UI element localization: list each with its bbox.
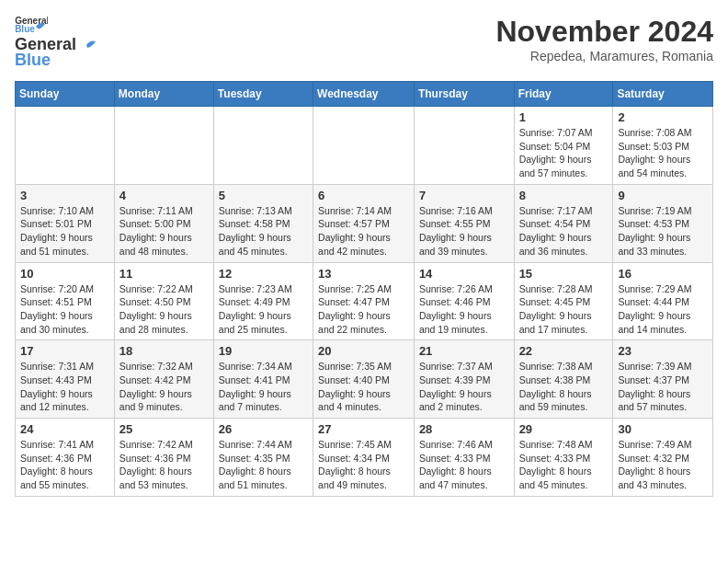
day-info: Sunrise: 7:44 AMSunset: 4:35 PMDaylight:… [219, 438, 308, 492]
day-info-line: Daylight: 9 hours and 19 minutes. [419, 310, 492, 335]
day-info: Sunrise: 7:49 AMSunset: 4:32 PMDaylight:… [618, 438, 708, 492]
day-number: 30 [618, 422, 708, 436]
day-info-line: Sunset: 4:35 PM [219, 453, 290, 464]
day-info: Sunrise: 7:16 AMSunset: 4:55 PMDaylight:… [419, 204, 509, 259]
day-info-line: Sunrise: 7:48 AM [519, 439, 593, 450]
calendar-cell: 26Sunrise: 7:44 AMSunset: 4:35 PMDayligh… [213, 419, 313, 497]
day-info-line: Sunrise: 7:19 AM [618, 205, 691, 216]
day-info: Sunrise: 7:34 AMSunset: 4:41 PMDaylight:… [219, 360, 308, 414]
day-info-line: Sunset: 4:36 PM [119, 453, 191, 464]
day-number: 6 [318, 189, 409, 202]
calendar-cell: 16Sunrise: 7:29 AMSunset: 4:44 PMDayligh… [613, 262, 713, 340]
day-info-line: Daylight: 9 hours and 45 minutes. [219, 232, 291, 257]
day-info-line: Sunrise: 7:39 AM [618, 361, 691, 372]
day-number: 25 [119, 422, 209, 436]
day-info-line: Sunset: 4:50 PM [119, 296, 191, 307]
day-number: 9 [618, 189, 708, 202]
day-number: 13 [318, 267, 409, 281]
calendar-cell: 2Sunrise: 7:08 AMSunset: 5:03 PMDaylight… [613, 107, 713, 185]
calendar-cell: 11Sunrise: 7:22 AMSunset: 4:50 PMDayligh… [114, 262, 213, 340]
day-info-line: Daylight: 8 hours and 57 minutes. [618, 388, 690, 413]
day-number: 5 [219, 189, 308, 202]
day-number: 29 [519, 422, 609, 436]
day-number: 21 [419, 344, 509, 358]
day-number: 28 [419, 422, 509, 436]
day-info-line: Daylight: 9 hours and 7 minutes. [219, 388, 291, 413]
day-info-line: Sunrise: 7:20 AM [20, 283, 94, 294]
day-number: 1 [519, 110, 609, 124]
day-number: 17 [20, 344, 109, 358]
day-info-line: Sunset: 4:55 PM [419, 218, 491, 229]
day-info-line: Sunset: 5:00 PM [119, 218, 191, 229]
day-info-line: Daylight: 9 hours and 51 minutes. [20, 232, 93, 257]
calendar-cell: 28Sunrise: 7:46 AMSunset: 4:33 PMDayligh… [414, 419, 514, 497]
day-info-line: Sunrise: 7:37 AM [419, 361, 493, 372]
calendar-cell: 18Sunrise: 7:32 AMSunset: 4:42 PMDayligh… [114, 340, 213, 419]
day-info-line: Sunrise: 7:44 AM [219, 439, 292, 450]
day-info-line: Daylight: 9 hours and 48 minutes. [119, 232, 192, 257]
calendar-cell: 10Sunrise: 7:20 AMSunset: 4:51 PMDayligh… [16, 262, 115, 340]
day-info-line: Sunrise: 7:10 AM [20, 205, 94, 216]
calendar-week-row: 24Sunrise: 7:41 AMSunset: 4:36 PMDayligh… [16, 419, 713, 497]
calendar-week-row: 10Sunrise: 7:20 AMSunset: 4:51 PMDayligh… [16, 262, 713, 340]
logo-icon: General Blue [15, 15, 48, 33]
day-info-line: Sunrise: 7:49 AM [618, 439, 691, 450]
day-info: Sunrise: 7:35 AMSunset: 4:40 PMDaylight:… [318, 360, 409, 414]
calendar-cell: 29Sunrise: 7:48 AMSunset: 4:33 PMDayligh… [514, 419, 613, 497]
calendar-header-monday: Monday [114, 82, 213, 107]
day-info-line: Daylight: 9 hours and 36 minutes. [519, 232, 592, 257]
day-info-line: Daylight: 8 hours and 51 minutes. [219, 465, 291, 490]
day-info-line: Sunset: 4:53 PM [618, 218, 689, 229]
svg-text:Blue: Blue [15, 24, 35, 33]
day-number: 8 [519, 189, 609, 202]
title-block: November 2024 Repedea, Maramures, Romani… [495, 15, 713, 63]
day-info-line: Sunset: 4:46 PM [419, 296, 491, 307]
day-info-line: Sunset: 4:54 PM [519, 218, 591, 229]
logo: General Blue General Blue [15, 15, 98, 70]
day-number: 24 [20, 422, 109, 436]
day-number: 14 [419, 267, 509, 281]
calendar-cell: 20Sunrise: 7:35 AMSunset: 4:40 PMDayligh… [313, 340, 415, 419]
day-number: 12 [219, 267, 308, 281]
calendar-cell: 1Sunrise: 7:07 AMSunset: 5:04 PMDaylight… [514, 107, 613, 185]
day-info-line: Sunrise: 7:29 AM [618, 283, 691, 294]
day-info: Sunrise: 7:48 AMSunset: 4:33 PMDaylight:… [519, 438, 609, 492]
day-number: 2 [618, 110, 708, 124]
day-info-line: Daylight: 9 hours and 54 minutes. [618, 154, 690, 178]
day-info-line: Daylight: 9 hours and 28 minutes. [119, 310, 192, 335]
day-info: Sunrise: 7:28 AMSunset: 4:45 PMDaylight:… [519, 282, 609, 337]
day-info-line: Daylight: 8 hours and 43 minutes. [618, 465, 690, 490]
calendar-cell: 5Sunrise: 7:13 AMSunset: 4:58 PMDaylight… [213, 184, 313, 262]
calendar-cell: 27Sunrise: 7:45 AMSunset: 4:34 PMDayligh… [313, 419, 415, 497]
calendar-cell: 23Sunrise: 7:39 AMSunset: 4:37 PMDayligh… [613, 340, 713, 419]
day-info-line: Daylight: 9 hours and 14 minutes. [618, 310, 690, 335]
calendar-cell: 24Sunrise: 7:41 AMSunset: 4:36 PMDayligh… [16, 419, 115, 497]
day-info-line: Sunset: 4:40 PM [318, 374, 390, 385]
day-info-line: Sunrise: 7:41 AM [20, 439, 94, 450]
calendar-cell: 8Sunrise: 7:17 AMSunset: 4:54 PMDaylight… [514, 184, 613, 262]
day-info-line: Sunset: 4:32 PM [618, 453, 689, 464]
day-info-line: Sunrise: 7:23 AM [219, 283, 292, 294]
day-info-line: Sunset: 4:39 PM [419, 374, 491, 385]
calendar-cell: 15Sunrise: 7:28 AMSunset: 4:45 PMDayligh… [514, 262, 613, 340]
day-info-line: Daylight: 9 hours and 57 minutes. [519, 154, 592, 178]
header: General Blue General Blue November 2024 … [15, 15, 713, 70]
day-info-line: Sunrise: 7:28 AM [519, 283, 593, 294]
day-number: 18 [119, 344, 209, 358]
calendar-header-sunday: Sunday [16, 82, 115, 107]
day-info-line: Daylight: 8 hours and 49 minutes. [318, 465, 391, 490]
day-info-line: Sunset: 4:45 PM [519, 296, 591, 307]
day-info: Sunrise: 7:31 AMSunset: 4:43 PMDaylight:… [20, 360, 109, 414]
day-number: 3 [20, 189, 109, 202]
day-info-line: Sunset: 4:37 PM [618, 374, 689, 385]
calendar-cell [114, 107, 213, 185]
day-info-line: Sunset: 4:33 PM [419, 453, 491, 464]
day-info-line: Daylight: 9 hours and 33 minutes. [618, 232, 690, 257]
day-info: Sunrise: 7:41 AMSunset: 4:36 PMDaylight:… [20, 438, 109, 492]
day-info-line: Sunrise: 7:11 AM [119, 205, 193, 216]
day-info-line: Sunset: 4:33 PM [519, 453, 591, 464]
day-info: Sunrise: 7:46 AMSunset: 4:33 PMDaylight:… [419, 438, 509, 492]
calendar-cell: 30Sunrise: 7:49 AMSunset: 4:32 PMDayligh… [613, 419, 713, 497]
day-info-line: Daylight: 9 hours and 39 minutes. [419, 232, 492, 257]
day-info: Sunrise: 7:13 AMSunset: 4:58 PMDaylight:… [219, 204, 308, 259]
